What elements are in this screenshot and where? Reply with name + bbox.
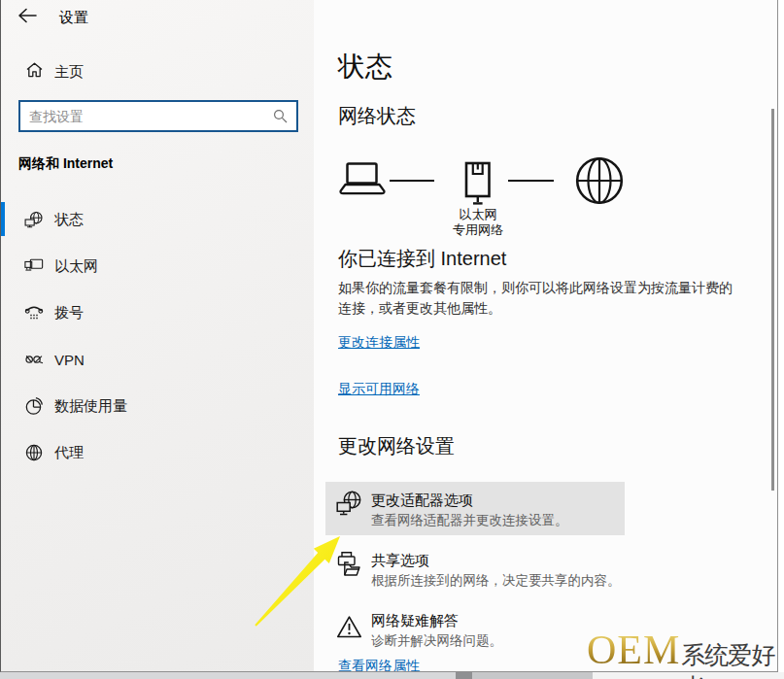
watermark: OEM 系统爱好者: [587, 629, 784, 679]
sidebar-item-vpn-label: VPN: [54, 352, 85, 368]
sidebar-item-data-usage-label: 数据使用量: [54, 397, 127, 416]
selected-indicator: [1, 202, 5, 236]
diagram-wire: [508, 180, 554, 182]
sidebar-item-vpn[interactable]: VPN: [1, 338, 314, 381]
adapter-globe-icon: [336, 491, 362, 517]
connected-heading: 你已连接到 Internet: [338, 246, 506, 272]
setting-description: 诊断并解决网络问题。: [371, 632, 502, 650]
setting-title: 共享选项: [371, 552, 429, 570]
main-content: 状态 网络状态 以太网 专用网络: [314, 0, 778, 672]
sidebar-item-ethernet[interactable]: 以太网: [1, 245, 314, 288]
dialup-phone-icon: [24, 303, 44, 323]
taskbar-segment: [472, 672, 593, 679]
connection-type: 专用网络: [429, 222, 527, 238]
change-connection-properties-link[interactable]: 更改连接属性: [338, 334, 420, 352]
setting-title: 更改适配器选项: [371, 492, 473, 510]
network-status-heading: 网络状态: [338, 103, 416, 129]
sidebar-item-dialup[interactable]: 拨号: [1, 291, 314, 334]
view-network-properties-link[interactable]: 查看网络属性: [338, 658, 420, 672]
watermark-logo: OEM: [587, 629, 680, 670]
connected-description: 如果你的流量套餐有限制，则你可以将此网络设置为按流量计费的连接，或者更改其他属性…: [338, 278, 740, 319]
sidebar-section-title: 网络和 Internet: [18, 155, 113, 173]
annotation-arrow-icon: [243, 529, 350, 631]
sidebar-item-data-usage[interactable]: 数据使用量: [1, 385, 314, 427]
scrollbar-thumb[interactable]: [771, 109, 774, 491]
home-icon: [25, 61, 44, 79]
sidebar-item-proxy[interactable]: 代理: [1, 431, 314, 474]
internet-globe-icon: [574, 155, 625, 206]
ethernet-icon: [24, 256, 44, 276]
setting-description: 查看网络适配器并更改连接设置。: [371, 512, 568, 529]
arrow-left-icon: [17, 6, 38, 25]
proxy-globe-icon: [24, 443, 44, 462]
sidebar-item-status[interactable]: 状态: [1, 198, 314, 241]
sidebar-item-dialup-label: 拨号: [54, 304, 84, 323]
connection-label: 以太网 专用网络: [429, 207, 527, 238]
show-available-networks-link[interactable]: 显示可用网络: [338, 381, 420, 398]
search-box: [18, 100, 298, 132]
settings-window: 主页 网络和 Internet 状态: [0, 0, 778, 672]
setting-item-sharing-options[interactable]: 共享选项 根据所连接到的网络，决定要共享的内容。: [325, 544, 625, 593]
globe-laptop-icon: [24, 210, 44, 229]
sidebar-item-home[interactable]: 主页: [1, 58, 314, 87]
setting-item-change-adapter-options[interactable]: 更改适配器选项 查看网络适配器并更改连接设置。: [325, 482, 625, 535]
setting-description: 根据所连接到的网络，决定要共享的内容。: [371, 572, 621, 590]
diagram-wire: [390, 180, 434, 182]
sidebar-item-proxy-label: 代理: [54, 444, 84, 462]
window-title: 设置: [59, 9, 88, 27]
setting-item-network-troubleshooter[interactable]: 网络疑难解答 诊断并解决网络问题。: [325, 606, 625, 655]
search-icon[interactable]: [273, 109, 288, 123]
watermark-name: 系统爱好者: [681, 639, 784, 679]
change-network-settings-heading: 更改网络设置: [338, 433, 455, 459]
sidebar-item-status-label: 状态: [54, 211, 84, 229]
laptop-icon: [338, 162, 387, 197]
vpn-icon: [24, 350, 44, 369]
setting-title: 网络疑难解答: [371, 612, 459, 630]
connection-name: 以太网: [429, 207, 527, 222]
back-button[interactable]: [17, 6, 44, 29]
search-input[interactable]: [20, 109, 273, 124]
ethernet-plug-icon: [464, 161, 492, 206]
sidebar-item-ethernet-label: 以太网: [54, 257, 98, 276]
data-usage-pie-icon: [24, 396, 44, 416]
sidebar-item-home-label: 主页: [54, 63, 84, 82]
page-title: 状态: [338, 49, 392, 85]
taskbar-segment: [456, 672, 472, 679]
network-diagram: 以太网 专用网络: [338, 155, 639, 243]
